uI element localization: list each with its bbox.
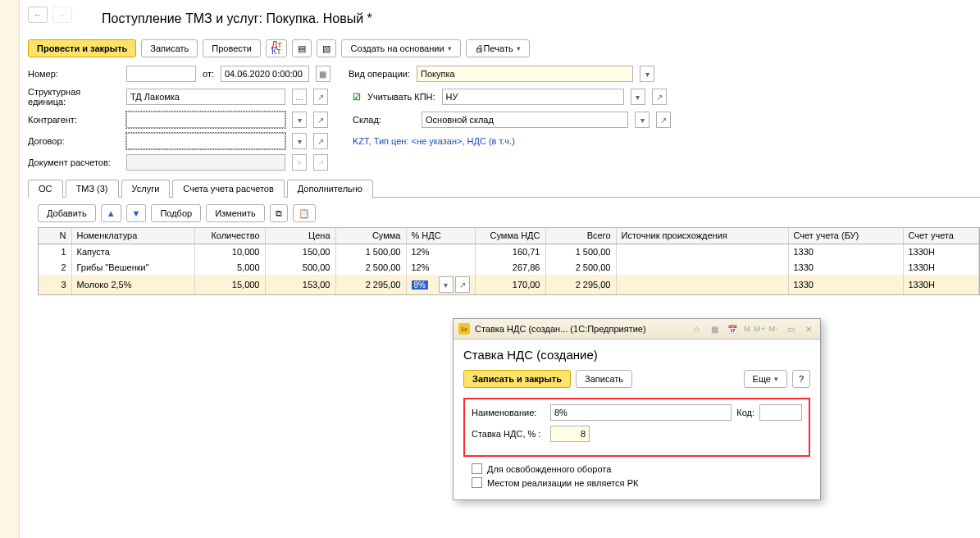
unit-label: Структурная единица: (28, 87, 120, 107)
post-and-close-button[interactable]: Провести и закрыть (28, 39, 136, 57)
nav-back-button[interactable]: ← (28, 7, 48, 23)
tab-additional[interactable]: Дополнительно (287, 180, 373, 198)
counterparty-open-icon[interactable]: ↗ (313, 112, 328, 128)
col-sum[interactable]: Сумма (335, 228, 406, 244)
add-row-button[interactable]: Добавить (38, 204, 96, 222)
kpn-drop-icon[interactable]: ▾ (631, 89, 645, 105)
print-button[interactable]: 🖨 Печать (466, 39, 530, 57)
price-info-link[interactable]: KZT, Тип цен: <не указан>, НДС (в т.ч.) (353, 136, 515, 146)
col-item[interactable]: Номенклатура (71, 228, 194, 244)
nds-drop-icon[interactable]: ▾ (439, 276, 454, 293)
warehouse-input[interactable] (422, 112, 628, 128)
close-icon[interactable]: ✕ (802, 322, 815, 335)
main-toolbar: Провести и закрыть Записать Провести ДтК… (28, 39, 980, 57)
contract-drop-icon[interactable]: ▾ (292, 133, 307, 149)
settlement-clear-icon: × (292, 154, 307, 171)
dlg-code-label: Код: (736, 408, 754, 417)
dlg-save-button[interactable]: Записать (576, 370, 632, 388)
op-type-drop-icon[interactable]: ▾ (640, 66, 654, 82)
dialog-heading: Ставка НДС (создание) (463, 348, 810, 362)
dialog-window-title: Ставка НДС (создан... (1С:Предприятие) (475, 324, 646, 334)
warehouse-open-icon[interactable]: ↗ (656, 112, 671, 128)
paste-button[interactable]: 📋 (293, 204, 316, 222)
tab-accounts[interactable]: Счета учета расчетов (172, 180, 284, 198)
from-label: от: (203, 69, 214, 79)
dlg-more-button[interactable]: Еще (744, 370, 787, 388)
kpn-open-icon[interactable]: ↗ (652, 89, 667, 105)
dlg-rate-input[interactable] (550, 426, 590, 442)
chk-exempt-label: Для освобожденного оборота (487, 464, 611, 474)
contract-label: Договор: (28, 136, 120, 146)
settlement-doc-label: Документ расчетов: (28, 157, 120, 167)
items-table: N Номенклатура Количество Цена Сумма % Н… (38, 227, 980, 295)
col-n[interactable]: N (39, 228, 71, 244)
nav-forward-button[interactable]: → (52, 7, 72, 23)
vat-rate-dialog: 1с Ставка НДС (создан... (1С:Предприятие… (453, 318, 821, 500)
fav-icon[interactable]: ☆ (690, 322, 703, 335)
move-up-button[interactable]: ▲ (101, 204, 121, 222)
chk-not-rk-label: Местом реализации не является РК (487, 478, 638, 488)
copy-button[interactable]: ⧉ (270, 204, 288, 222)
counterparty-input[interactable] (126, 112, 285, 128)
post-button[interactable]: Провести (203, 39, 261, 57)
unit-input[interactable] (126, 89, 285, 105)
tab-os[interactable]: ОС (28, 180, 63, 198)
nds-open-icon[interactable]: ↗ (455, 276, 470, 293)
dlg-save-close-button[interactable]: Записать и закрыть (463, 370, 571, 388)
contract-open-icon[interactable]: ↗ (313, 133, 328, 149)
unit-open-icon[interactable]: ↗ (313, 89, 328, 105)
kpn-input[interactable] (442, 89, 624, 105)
cal-icon[interactable]: 📅 (726, 322, 739, 335)
report-button[interactable]: ▤ (292, 39, 312, 57)
kpn-label: Учитывать КПН: (367, 92, 435, 102)
number-input[interactable] (126, 66, 196, 82)
move-down-button[interactable]: ▼ (126, 204, 147, 222)
attach-button[interactable]: ▧ (317, 39, 336, 57)
table-row[interactable]: 1 Капуста 10,000 150,00 1 500,00 12% 160… (39, 244, 979, 259)
dialog-titlebar[interactable]: 1с Ставка НДС (создан... (1С:Предприятие… (454, 319, 820, 340)
dlg-code-input[interactable] (759, 404, 802, 421)
col-qty[interactable]: Количество (194, 228, 265, 244)
print-icon: 🖨 (475, 43, 484, 53)
warehouse-drop-icon[interactable]: ▾ (635, 112, 650, 128)
create-based-button[interactable]: Создать на основании (341, 39, 460, 57)
tab-tmz[interactable]: ТМЗ (3) (66, 180, 119, 198)
kpn-check-icon[interactable]: ☑ (353, 92, 361, 103)
chk-not-rk[interactable] (472, 477, 482, 488)
col-total[interactable]: Всего (545, 228, 616, 244)
dlg-name-label: Наименование: (472, 408, 545, 417)
tab-services[interactable]: Услуги (121, 180, 171, 198)
col-vat-sum[interactable]: Сумма НДС (475, 228, 545, 244)
dlg-name-input[interactable] (550, 404, 732, 421)
date-input[interactable] (221, 66, 309, 82)
dlg-rate-label: Ставка НДС, % : (472, 429, 545, 439)
chk-exempt[interactable] (472, 463, 482, 474)
col-origin[interactable]: Источник происхождения (616, 228, 788, 244)
number-label: Номер: (28, 69, 120, 79)
counterparty-label: Контрагент: (28, 115, 120, 125)
op-type-select[interactable]: Покупка (417, 66, 633, 82)
unit-picker-icon[interactable]: … (292, 89, 307, 105)
tabs: ОС ТМЗ (3) Услуги Счета учета расчетов Д… (28, 179, 980, 198)
contract-input[interactable] (126, 133, 285, 149)
save-button[interactable]: Записать (141, 39, 198, 57)
calendar-icon[interactable]: ▦ (316, 66, 330, 82)
calc-m[interactable]: M M+ M- (744, 322, 779, 335)
table-row[interactable]: 2 Грибы "Вешенки" 5,000 500,00 2 500,00 … (39, 259, 979, 275)
col-acc-nu[interactable]: Счет учета (903, 228, 979, 244)
dt-kt-button[interactable]: ДтКт (266, 39, 288, 57)
grid-icon[interactable]: ▦ (708, 322, 721, 335)
table-row[interactable]: 3 Молоко 2,5% 15,000 153,00 2 295,00 8%▾… (39, 275, 979, 294)
change-button[interactable]: Изменить (206, 204, 265, 222)
pick-button[interactable]: Подбор (151, 204, 201, 222)
minimize-icon[interactable]: ▭ (784, 322, 797, 335)
highlighted-fields: Наименование: Код: Ставка НДС, % : (463, 398, 810, 457)
op-type-label: Вид операции: (349, 69, 410, 79)
counterparty-drop-icon[interactable]: ▾ (292, 112, 307, 128)
app-icon: 1с (458, 323, 470, 335)
col-price[interactable]: Цена (265, 228, 335, 244)
settlement-doc-input (126, 154, 285, 171)
col-acc-bu[interactable]: Счет учета (БУ) (788, 228, 903, 244)
col-vat-pct[interactable]: % НДС (406, 228, 475, 244)
dlg-help-button[interactable]: ? (792, 370, 810, 388)
